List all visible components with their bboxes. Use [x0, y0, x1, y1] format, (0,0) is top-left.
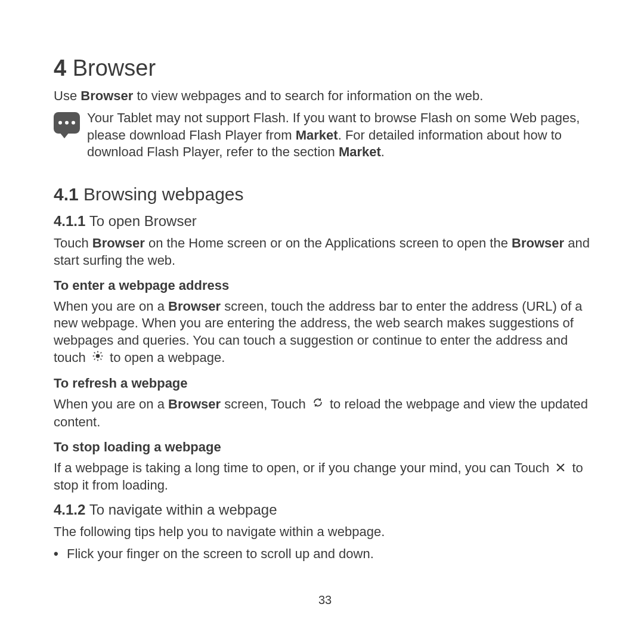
svg-line-5 [94, 352, 95, 354]
chapter-number: 4 [54, 55, 66, 80]
refresh-icon [312, 396, 324, 414]
document-page: 4 Browser Use Browser to view webpages a… [0, 0, 644, 608]
subsection-number: 4.1.1 [54, 213, 85, 229]
subsection-heading: 4.1.2 To navigate within a webpage [54, 500, 596, 519]
svg-line-6 [100, 359, 101, 360]
brightness-icon [92, 349, 104, 367]
chapter-heading: 4 Browser [54, 54, 596, 83]
note-text: Your Tablet may not support Flash. If yo… [87, 110, 596, 161]
subsection-title: To navigate within a webpage [89, 501, 277, 518]
chapter-title: Browser [73, 55, 156, 80]
bold-term: Market [296, 128, 338, 143]
sub-heading: To refresh a webpage [54, 375, 596, 392]
bold-term: Browser [168, 397, 221, 411]
section-number: 4.1 [54, 184, 79, 204]
list-item: Flick your finger on the screen to scrol… [54, 546, 596, 563]
bold-term: Browser [92, 236, 145, 250]
svg-line-8 [100, 352, 101, 354]
body-paragraph: Touch Browser on the Home screen or on t… [54, 235, 596, 269]
sub-heading: To enter a webpage address [54, 277, 596, 295]
subsection-title: To open Browser [89, 213, 197, 229]
bold-term: Browser [168, 299, 221, 314]
speech-bubble-icon [54, 112, 80, 134]
bold-term: Market [339, 144, 381, 159]
intro-paragraph: Use Browser to view webpages and to sear… [54, 88, 596, 105]
svg-point-0 [96, 355, 99, 358]
note-callout: Your Tablet may not support Flash. If yo… [54, 110, 596, 161]
subsection-heading: 4.1.1 To open Browser [54, 212, 596, 230]
body-paragraph: The following tips help you to navigate … [54, 524, 596, 541]
sub-heading: To stop loading a webpage [54, 439, 596, 456]
body-paragraph: When you are on a Browser screen, touch … [54, 298, 596, 367]
body-paragraph: If a webpage is taking a long time to op… [54, 460, 596, 494]
close-icon [555, 460, 566, 478]
bold-term: Browser [512, 236, 564, 250]
subsection-number: 4.1.2 [54, 501, 85, 518]
section-heading: 4.1 Browsing webpages [54, 182, 596, 206]
bullet-list: Flick your finger on the screen to scrol… [54, 546, 596, 563]
body-paragraph: When you are on a Browser screen, Touch … [54, 396, 596, 431]
page-number: 33 [54, 592, 596, 608]
bold-term: Browser [80, 88, 133, 103]
section-title: Browsing webpages [83, 184, 244, 204]
svg-line-7 [94, 359, 95, 360]
